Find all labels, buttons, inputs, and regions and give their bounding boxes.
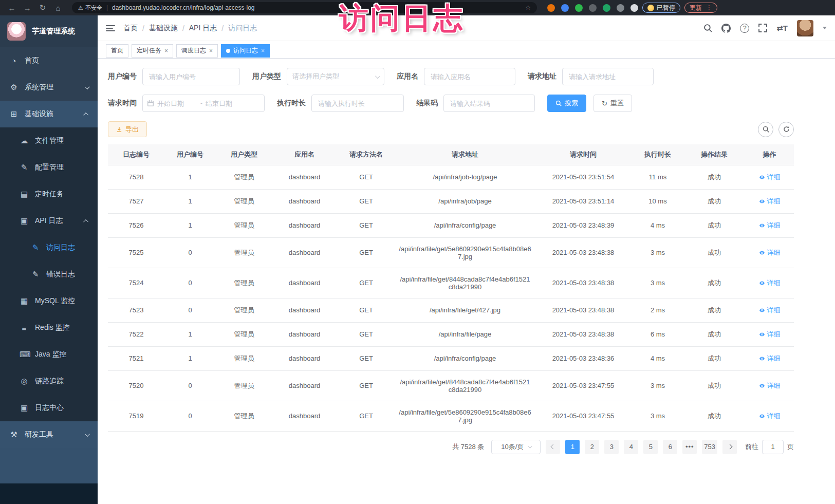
sidebar-item[interactable]: ⊞基础设施: [0, 101, 98, 127]
api-log-icon: ▣: [20, 216, 29, 226]
eye-icon: [759, 222, 765, 229]
request-url-input[interactable]: [562, 68, 654, 85]
detail-link[interactable]: 详细: [759, 381, 781, 390]
breadcrumb-item[interactable]: 首页: [123, 24, 138, 33]
sidebar-item[interactable]: ▣日志中心: [0, 395, 98, 421]
page-button-6[interactable]: 6: [663, 440, 677, 454]
column-header: 操作: [745, 144, 794, 165]
user-avatar[interactable]: [797, 20, 813, 36]
browser-back-icon[interactable]: ←: [6, 4, 17, 12]
extension-color-grid[interactable]: [589, 4, 597, 12]
detail-link[interactable]: 详细: [759, 221, 781, 230]
prev-page-button[interactable]: [546, 440, 560, 454]
update-button[interactable]: 更新 ⋮: [684, 3, 717, 13]
browser-forward-icon[interactable]: →: [22, 4, 33, 12]
sidebar-item[interactable]: ⌨Java 监控: [0, 341, 98, 368]
search-button[interactable]: 搜索: [547, 95, 586, 112]
browser-home-icon[interactable]: ⌂: [52, 4, 64, 12]
user-id-input[interactable]: [142, 68, 240, 85]
start-date-input[interactable]: [157, 100, 197, 107]
date-range-picker[interactable]: -: [142, 95, 265, 112]
more-pages-button[interactable]: •••: [682, 440, 697, 454]
page-button-3[interactable]: 3: [604, 440, 619, 454]
detail-link[interactable]: 详细: [759, 354, 781, 363]
sidebar-item[interactable]: ⚒研发工具: [0, 421, 98, 448]
eye-icon: [759, 250, 765, 256]
font-size-icon[interactable]: ⇄T: [776, 24, 788, 33]
not-secure-badge[interactable]: ⚠不安全: [78, 4, 102, 12]
close-icon[interactable]: ×: [164, 47, 168, 54]
tab-首页[interactable]: 首页: [106, 44, 128, 58]
sidebar-item[interactable]: ▤定时任务: [0, 181, 98, 208]
cell-method: GET: [337, 237, 396, 268]
github-icon[interactable]: [721, 24, 731, 33]
goto-label: 前往: [745, 442, 758, 452]
search-icon[interactable]: [703, 24, 712, 32]
cell-duration: 3 ms: [632, 237, 683, 268]
detail-link[interactable]: 详细: [759, 248, 781, 257]
detail-link[interactable]: 详细: [759, 330, 781, 339]
duration-input[interactable]: [311, 95, 404, 112]
reset-button[interactable]: ↻ 重置: [593, 95, 632, 112]
page-button-753[interactable]: 753: [702, 440, 717, 454]
detail-link[interactable]: 详细: [759, 197, 781, 206]
sidebar-item[interactable]: ✎访问日志: [0, 234, 98, 261]
extension-orange-ring[interactable]: [547, 4, 555, 12]
refresh-table-button[interactable]: [778, 122, 794, 137]
detail-link[interactable]: 详细: [759, 173, 781, 182]
page-size-select[interactable]: 10条/页: [491, 440, 541, 454]
sidebar-item[interactable]: ▦MySQL 监控: [0, 288, 98, 314]
app-name-input[interactable]: [424, 68, 515, 85]
page-button-2[interactable]: 2: [585, 440, 599, 454]
hamburger-icon[interactable]: [106, 25, 115, 31]
sidebar-item[interactable]: ▣API 日志: [0, 208, 98, 234]
cell-user-id: 1: [164, 322, 216, 346]
export-button[interactable]: 导出: [108, 121, 147, 137]
browser-menu-icon[interactable]: ⋮: [706, 4, 712, 11]
sidebar-item[interactable]: ✎错误日志: [0, 261, 98, 288]
cell-user-id: 0: [164, 237, 216, 268]
sidebar-item[interactable]: ◎链路追踪: [0, 368, 98, 395]
browser-reload-icon[interactable]: ↻: [37, 3, 48, 12]
breadcrumb-separator: /: [182, 24, 184, 32]
next-page-button[interactable]: [722, 440, 737, 454]
user-type-select[interactable]: 请选择用户类型: [287, 68, 384, 85]
page-button-5[interactable]: 5: [643, 440, 658, 454]
logo-row[interactable]: 芋道管理系统: [0, 15, 98, 47]
address-bar[interactable]: ⚠不安全 | dashboard.yudao.iocoder.cn/infra/…: [72, 2, 537, 13]
cell-app: dashboard: [272, 268, 337, 298]
help-icon[interactable]: ?: [740, 24, 749, 33]
breadcrumb-item[interactable]: 基础设施: [149, 24, 178, 33]
goto-page-input[interactable]: [762, 440, 784, 454]
tab-调度日志[interactable]: 调度日志×: [176, 44, 218, 58]
extension-blue-shield[interactable]: [561, 4, 569, 12]
paused-badge[interactable]: 已暂停: [642, 3, 680, 13]
sidebar-item[interactable]: ⚙系统管理: [0, 74, 98, 101]
sidebar-item[interactable]: ☁文件管理: [0, 127, 98, 154]
detail-link[interactable]: 详细: [759, 306, 781, 315]
end-date-input[interactable]: [206, 100, 246, 107]
tab-访问日志[interactable]: 访问日志×: [221, 44, 270, 58]
cell-operation: 详细: [745, 298, 794, 322]
extension-white-paw[interactable]: [630, 4, 638, 12]
sidebar-item[interactable]: ✎配置管理: [0, 154, 98, 181]
bookmark-star-icon[interactable]: ☆: [525, 4, 531, 11]
close-icon[interactable]: ×: [209, 47, 213, 54]
detail-link[interactable]: 详细: [759, 412, 781, 421]
tab-定时任务[interactable]: 定时任务×: [132, 44, 173, 58]
close-icon[interactable]: ×: [261, 47, 265, 54]
page-button-1[interactable]: 1: [565, 440, 580, 454]
extension-green-badge[interactable]: [603, 4, 610, 12]
fullscreen-icon[interactable]: [758, 24, 767, 32]
result-code-input[interactable]: [443, 95, 535, 112]
page-button-4[interactable]: 4: [624, 440, 638, 454]
extension-green-circle[interactable]: [575, 4, 583, 12]
breadcrumb-item[interactable]: API 日志: [189, 24, 217, 33]
extension-gray-plug[interactable]: [617, 4, 624, 12]
sidebar-item[interactable]: ◔首页: [0, 47, 98, 74]
detail-link[interactable]: 详细: [759, 278, 781, 288]
avatar-caret-icon[interactable]: [823, 27, 827, 29]
toggle-search-button[interactable]: [758, 122, 773, 137]
cell-method: GET: [337, 401, 396, 431]
sidebar-item[interactable]: ≡Redis 监控: [0, 314, 98, 341]
